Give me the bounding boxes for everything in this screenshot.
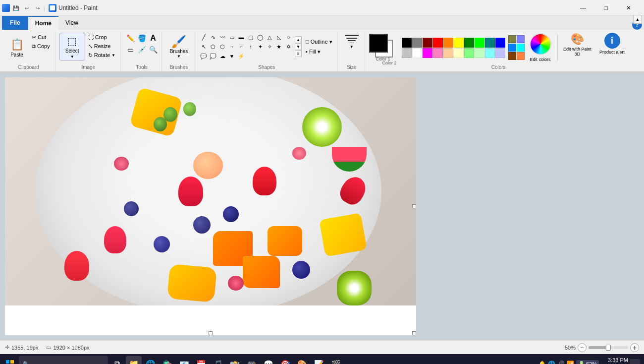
palette-color-80FFFF[interactable] xyxy=(485,48,495,58)
resize-handle-bottom[interactable] xyxy=(209,331,213,335)
extra-color-804000[interactable] xyxy=(508,52,516,60)
taskbar-store[interactable]: 🛍️ xyxy=(160,356,175,364)
taskbar-app5[interactable]: 🎮 xyxy=(244,356,260,364)
extra-color-00FFFF[interactable] xyxy=(517,44,525,52)
palette-color-FFFF00[interactable] xyxy=(454,38,464,48)
resize-handle-right[interactable] xyxy=(412,204,416,208)
redo-quick-btn[interactable]: ↪ xyxy=(33,3,43,13)
tab-view[interactable]: View xyxy=(58,16,85,30)
canvas[interactable] xyxy=(5,77,416,305)
taskbar-app4[interactable]: 📸 xyxy=(227,356,243,364)
star5-shape[interactable]: ★ xyxy=(274,42,283,51)
taskbar-file-explorer[interactable]: 📁 xyxy=(126,356,142,364)
size-button[interactable]: ▼ xyxy=(342,33,362,51)
taskbar-app7[interactable]: 🎯 xyxy=(277,356,293,364)
zoom-slider-track[interactable] xyxy=(589,346,628,349)
clock-container[interactable]: 3:33 PM 10/25/2019 xyxy=(601,357,628,364)
taskbar-app6[interactable]: 💬 xyxy=(261,356,276,364)
line-shape[interactable]: ╱ xyxy=(199,33,208,42)
resize-button[interactable]: ⤡ Resize xyxy=(86,42,117,51)
extra-color-808040[interactable] xyxy=(508,35,516,43)
zoom-in-button[interactable]: + xyxy=(630,343,639,352)
rect2-shape[interactable]: ▬ xyxy=(237,33,246,42)
tray-icon-4[interactable]: 📶 xyxy=(567,361,574,364)
extra-color-0080FF[interactable] xyxy=(508,44,516,52)
palette-color-0000FF[interactable] xyxy=(495,38,505,48)
task-view-button[interactable]: ⧉ xyxy=(109,356,125,364)
color1-box[interactable] xyxy=(369,34,388,53)
select-button[interactable]: ⬚ Select ▼ xyxy=(59,33,85,61)
cut-button[interactable]: ✂ Cut xyxy=(30,33,52,42)
freeform-shape[interactable]: 〰 xyxy=(218,33,227,42)
tray-icon-1[interactable]: 🔔 xyxy=(538,361,546,364)
star6-shape[interactable]: ✡ xyxy=(284,42,293,51)
taskbar-app10[interactable]: 🎬 xyxy=(328,356,344,364)
rounded-rect-shape[interactable]: ▢ xyxy=(246,33,255,42)
palette-color-FF8000[interactable] xyxy=(443,38,453,48)
ellipse-shape[interactable]: ◯ xyxy=(256,33,265,42)
fill-tool[interactable]: 🪣 xyxy=(136,33,147,44)
copy-button[interactable]: ⧉ Copy xyxy=(30,42,52,51)
hexagon-shape[interactable]: ⬡ xyxy=(218,42,227,51)
rect-shape[interactable]: ▭ xyxy=(227,33,236,42)
undo-quick-btn[interactable]: ↩ xyxy=(22,3,32,13)
palette-color-008080[interactable] xyxy=(485,38,495,48)
close-button[interactable]: ✕ xyxy=(617,0,640,16)
palette-color-80FF80[interactable] xyxy=(464,48,474,58)
save-quick-btn[interactable]: 💾 xyxy=(11,3,21,13)
triangle-shape[interactable]: △ xyxy=(265,33,274,42)
oval-callout-shape[interactable]: 💭 xyxy=(209,52,217,61)
zoom-out-button[interactable]: − xyxy=(578,343,587,352)
star4-shape[interactable]: ✧ xyxy=(265,42,274,51)
collapse-ribbon-button[interactable]: ▲ xyxy=(633,15,642,24)
taskbar-app2[interactable]: 📅 xyxy=(193,356,209,364)
palette-color-800000[interactable] xyxy=(423,38,432,48)
fill-button[interactable]: ▪ Fill ▾ xyxy=(304,47,334,56)
tray-icon-3[interactable]: 🔊 xyxy=(557,361,565,364)
show-desktop-button[interactable] xyxy=(630,359,640,364)
taskbar-app9[interactable]: 📝 xyxy=(311,356,327,364)
pentagon-shape[interactable]: ⬠ xyxy=(209,42,217,51)
palette-color-C0C0C0[interactable] xyxy=(402,48,412,58)
taskbar-edge[interactable]: 🌐 xyxy=(143,356,159,364)
callout-shape[interactable]: 💬 xyxy=(199,52,208,61)
heart-shape[interactable]: ♥ xyxy=(227,52,236,61)
shapes-scroll-more[interactable]: ≡ xyxy=(295,50,302,57)
start-button[interactable] xyxy=(2,356,18,364)
rotate-button[interactable]: ↻ Rotate ▼ xyxy=(86,51,117,60)
crop-button[interactable]: ⛶ Crop xyxy=(86,33,117,42)
palette-color-FF0000[interactable] xyxy=(433,38,443,48)
shapes-scroll-down[interactable]: ▼ xyxy=(295,43,302,50)
edit-paint3d-button[interactable]: 🎨 Edit with Paint 3D xyxy=(562,33,593,62)
curve-shape[interactable]: ∿ xyxy=(209,33,217,42)
palette-color-FFCC99[interactable] xyxy=(443,48,453,58)
color-wheel-button[interactable] xyxy=(530,33,551,55)
arrow-shape[interactable]: ↖ xyxy=(199,42,208,51)
tray-icon-2[interactable]: 🌐 xyxy=(548,361,555,364)
outline-button[interactable]: □ Outline ▾ xyxy=(304,37,334,46)
palette-color-008000[interactable] xyxy=(464,38,474,48)
resize-handle-corner[interactable] xyxy=(412,331,416,335)
brushes-button[interactable]: 🖌️ Brushes ▼ xyxy=(166,33,192,61)
shapes-scroll-up[interactable]: ▲ xyxy=(295,36,302,43)
diamond-shape[interactable]: ◇ xyxy=(284,33,293,42)
text-tool[interactable]: A xyxy=(148,33,159,44)
taskbar-app3[interactable]: 🎵 xyxy=(210,356,226,364)
magnifier-tool[interactable]: 🔍 xyxy=(148,44,159,55)
search-button[interactable]: 🔍 xyxy=(19,356,108,364)
taskbar-app1[interactable]: 📧 xyxy=(176,356,192,364)
four-arrow-shape[interactable]: ✦ xyxy=(256,42,265,51)
palette-color-FF00FF[interactable] xyxy=(423,48,432,58)
palette-color-C0C0FF[interactable] xyxy=(495,48,505,58)
left-arrow-shape[interactable]: ← xyxy=(237,42,246,51)
maximize-button[interactable]: □ xyxy=(594,0,617,16)
right-arrow-shape[interactable]: → xyxy=(227,42,236,51)
product-alert-button[interactable]: i Product alert xyxy=(596,33,628,62)
cloud-shape[interactable]: ☁ xyxy=(218,52,227,61)
up-arrow-shape[interactable]: ↑ xyxy=(246,42,255,51)
taskbar-app8[interactable]: 🎨 xyxy=(294,356,310,364)
palette-color-808080[interactable] xyxy=(412,38,422,48)
tab-home[interactable]: Home xyxy=(28,16,58,30)
eyedropper-tool[interactable]: 💉 xyxy=(136,44,147,55)
extra-color-FF8040[interactable] xyxy=(517,52,525,60)
